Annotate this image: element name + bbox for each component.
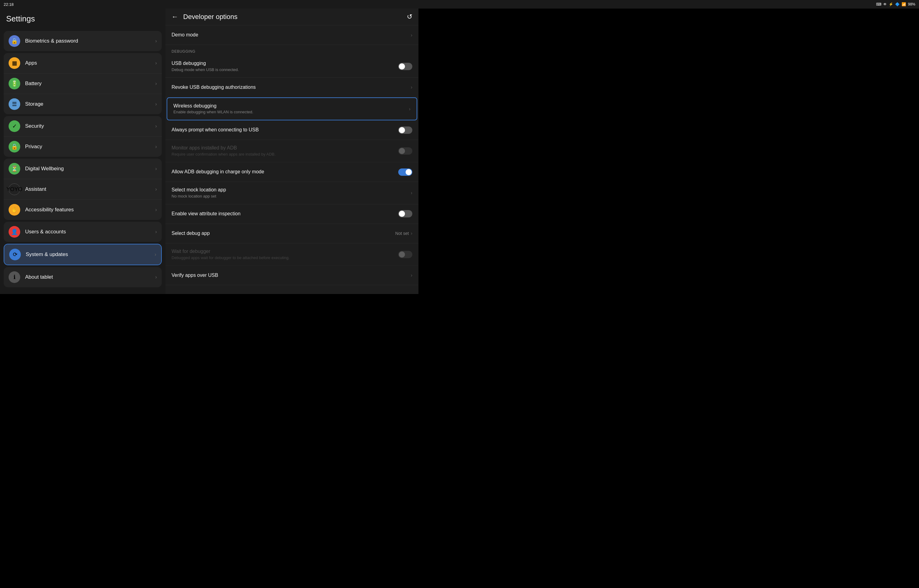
storage-label: Storage <box>25 101 155 107</box>
monitor-adb-title: Monitor apps installed by ADB <box>171 145 398 151</box>
usb-debugging-text: USB debugging Debug mode when USB is con… <box>171 60 398 73</box>
back-button[interactable]: ← <box>171 13 178 21</box>
assistant-label: Assistant <box>25 186 155 192</box>
security-group: ✓ Security › 🔒 Privacy › <box>4 116 162 157</box>
monitor-adb-toggle[interactable] <box>398 147 412 155</box>
settings-panel: Settings 🔒 Biometrics & password › ▦ App… <box>0 0 165 294</box>
wireless-debugging-chevron: › <box>409 106 410 112</box>
wait-debugger-text: Wait for debugger Debugged apps wait for… <box>171 248 398 261</box>
biometrics-group: 🔒 Biometrics & password › <box>4 31 162 51</box>
usb-debugging-toggle[interactable] <box>398 63 412 70</box>
dev-item-adb-charge[interactable]: Allow ADB debugging in charge only mode <box>165 162 418 182</box>
sidebar-item-storage[interactable]: ☰ Storage › <box>4 94 162 114</box>
dev-item-verify-apps[interactable]: Verify apps over USB › <box>165 265 418 285</box>
verify-apps-chevron: › <box>411 273 412 278</box>
dev-item-view-inspection[interactable]: Enable view attribute inspection <box>165 204 418 224</box>
sidebar-item-system[interactable]: ⟳ System & updates › <box>4 244 161 265</box>
apps-label: Apps <box>25 60 155 66</box>
security-label: Security <box>25 123 155 129</box>
view-inspection-title: Enable view attribute inspection <box>171 211 398 217</box>
mock-location-subtitle: No mock location app set <box>171 194 411 199</box>
battery-chevron: › <box>155 81 157 86</box>
wireless-debugging-text: Wireless debugging Enable debugging when… <box>173 103 409 115</box>
debug-app-title: Select debug app <box>171 230 395 237</box>
always-prompt-toggle[interactable] <box>398 126 412 134</box>
assistant-icon: YOYO <box>8 183 20 195</box>
dev-item-demo-mode[interactable]: Demo mode › <box>165 26 418 45</box>
accessibility-chevron: › <box>155 207 157 213</box>
apps-icon: ▦ <box>8 57 20 69</box>
wait-debugger-toggle[interactable] <box>398 251 412 258</box>
dev-item-revoke-usb[interactable]: Revoke USB debugging authorizations › <box>165 78 418 97</box>
adb-charge-toggle[interactable] <box>398 168 412 176</box>
security-icon: ✓ <box>8 120 20 132</box>
privacy-chevron: › <box>155 144 157 149</box>
sidebar-item-users[interactable]: 👤 Users & accounts › <box>4 222 162 242</box>
revoke-usb-chevron: › <box>411 84 412 90</box>
debug-app-value: Not set <box>395 231 409 236</box>
system-group: ⟳ System & updates › <box>4 244 162 265</box>
settings-list: 🔒 Biometrics & password › ▦ Apps › 🔋 Bat… <box>0 28 165 294</box>
developer-content: Demo mode › DEBUGGING USB debugging Debu… <box>165 26 418 294</box>
mock-location-chevron: › <box>411 190 412 196</box>
demo-mode-title: Demo mode <box>171 32 411 38</box>
dev-item-usb-debugging[interactable]: USB debugging Debug mode when USB is con… <box>165 55 418 78</box>
wellbeing-group: ⏳ Digital Wellbeing › YOYO Assistant › ✋… <box>4 158 162 220</box>
wait-debugger-subtitle: Debugged apps wait for debugger to be at… <box>171 255 398 261</box>
sidebar-item-assistant[interactable]: YOYO Assistant › <box>4 179 162 200</box>
dev-item-wireless-debugging[interactable]: Wireless debugging Enable debugging when… <box>166 97 417 121</box>
debugging-section-label: DEBUGGING <box>165 45 418 55</box>
users-icon: 👤 <box>8 226 20 237</box>
status-bar: 22:18 ⌨ 👁 ⚡ 🔷 📶 98% <box>0 0 418 8</box>
usb-debugging-title: USB debugging <box>171 60 398 67</box>
reset-button[interactable]: ↺ <box>407 13 412 21</box>
biometrics-icon: 🔒 <box>8 35 20 47</box>
dev-item-mock-location[interactable]: Select mock location app No mock locatio… <box>165 182 418 204</box>
sidebar-item-digital-wellbeing[interactable]: ⏳ Digital Wellbeing › <box>4 158 162 179</box>
biometrics-chevron: › <box>155 38 157 44</box>
wait-debugger-title: Wait for debugger <box>171 248 398 255</box>
wellbeing-chevron: › <box>155 166 157 171</box>
wireless-debugging-title: Wireless debugging <box>173 103 409 109</box>
debug-app-text: Select debug app <box>171 230 395 237</box>
apps-group: ▦ Apps › 🔋 Battery › ☰ Storage › <box>4 53 162 114</box>
sidebar-item-about[interactable]: ℹ About tablet › <box>4 267 162 287</box>
dev-item-wait-debugger[interactable]: Wait for debugger Debugged apps wait for… <box>165 244 418 266</box>
view-inspection-toggle[interactable] <box>398 210 412 217</box>
developer-title: Developer options <box>183 13 407 21</box>
debug-app-chevron: › <box>411 231 412 236</box>
biometrics-label: Biometrics & password <box>25 38 155 44</box>
demo-mode-text: Demo mode <box>171 32 411 38</box>
status-time: 22:18 <box>4 2 14 7</box>
users-chevron: › <box>155 229 157 234</box>
about-group: ℹ About tablet › <box>4 267 162 287</box>
sidebar-item-accessibility[interactable]: ✋ Accessibility features › <box>4 200 162 220</box>
wellbeing-icon: ⏳ <box>8 163 20 174</box>
dev-item-always-prompt[interactable]: Always prompt when connecting to USB <box>165 120 418 140</box>
sidebar-item-battery[interactable]: 🔋 Battery › <box>4 73 162 94</box>
dev-item-monitor-adb[interactable]: Monitor apps installed by ADB Require us… <box>165 140 418 162</box>
privacy-label: Privacy <box>25 144 155 150</box>
battery-icon-circle: 🔋 <box>8 78 20 89</box>
sidebar-item-apps[interactable]: ▦ Apps › <box>4 53 162 73</box>
sidebar-item-security[interactable]: ✓ Security › <box>4 116 162 137</box>
view-inspection-text: Enable view attribute inspection <box>171 211 398 217</box>
security-chevron: › <box>155 123 157 129</box>
dev-item-debug-app[interactable]: Select debug app Not set › <box>165 224 418 244</box>
developer-header: ← Developer options ↺ <box>165 8 418 26</box>
accessibility-icon: ✋ <box>8 204 20 216</box>
always-prompt-text: Always prompt when connecting to USB <box>171 127 398 133</box>
wellbeing-label: Digital Wellbeing <box>25 166 155 172</box>
battery-label: Battery <box>25 81 155 87</box>
mock-location-title: Select mock location app <box>171 187 411 193</box>
sidebar-item-privacy[interactable]: 🔒 Privacy › <box>4 137 162 157</box>
storage-icon: ☰ <box>8 98 20 110</box>
system-label: System & updates <box>26 252 155 258</box>
monitor-adb-subtitle: Require user confirmation when apps are … <box>171 152 398 157</box>
always-prompt-title: Always prompt when connecting to USB <box>171 127 398 133</box>
usb-debugging-subtitle: Debug mode when USB is connected. <box>171 67 398 73</box>
settings-title: Settings <box>0 8 165 28</box>
verify-apps-text: Verify apps over USB <box>171 272 411 279</box>
assistant-chevron: › <box>155 186 157 192</box>
sidebar-item-biometrics[interactable]: 🔒 Biometrics & password › <box>4 31 162 51</box>
